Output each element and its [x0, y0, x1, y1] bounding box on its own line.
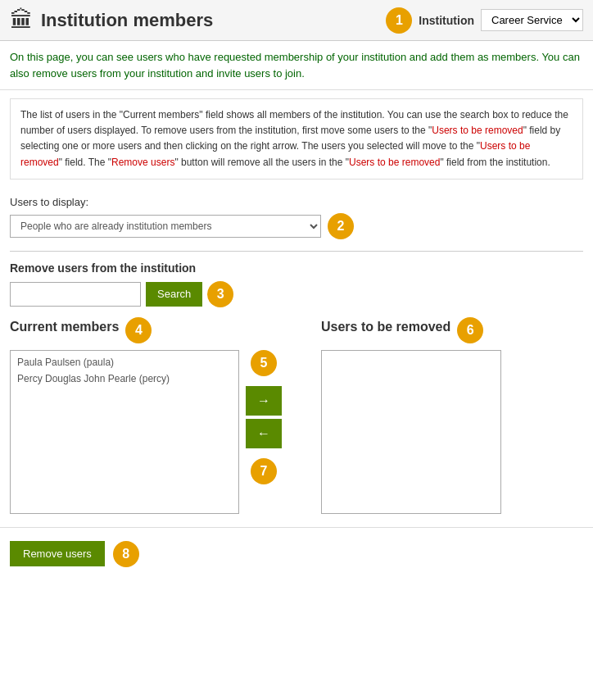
info-red1: Users to be removed — [432, 125, 523, 136]
remove-section-title: Remove users from the institution — [10, 261, 583, 275]
info-part5: " field from the institution. — [440, 157, 550, 168]
step-badge-4: 4 — [125, 317, 152, 343]
users-to-remove-list[interactable] — [321, 350, 501, 514]
step-badge-5: 5 — [251, 350, 277, 376]
remove-users-section: Remove users from the institution Search… — [0, 255, 593, 311]
users-to-remove-col: Users to be removed 6 — [321, 317, 501, 514]
list-item[interactable]: Paula Paulsen (paula) — [11, 354, 238, 370]
institution-icon: 🏛 — [10, 7, 33, 34]
move-left-button[interactable]: ← — [246, 419, 282, 448]
intro-text: On this page, you can see users who have… — [0, 41, 593, 90]
users-display-label: Users to display: — [10, 196, 583, 208]
step-badge-1: 1 — [386, 7, 412, 34]
users-to-remove-label: Users to be removed — [321, 320, 450, 334]
left-arrow-icon: ← — [257, 426, 270, 441]
step-badge-7: 7 — [251, 458, 277, 484]
search-input[interactable] — [10, 282, 141, 307]
current-members-label: Current members — [10, 320, 119, 334]
footer-section: Remove users 8 — [0, 527, 593, 575]
list-item[interactable]: Percy Douglas John Pearle (percy) — [11, 370, 238, 387]
users-display-section: Users to display: People who are already… — [0, 188, 593, 248]
right-arrow-icon: → — [257, 393, 270, 408]
current-members-col: Current members 4 Paula Paulsen (paula) … — [10, 317, 239, 514]
step-badge-6: 6 — [457, 317, 483, 343]
members-area: Current members 4 Paula Paulsen (paula) … — [0, 311, 593, 520]
divider-1 — [10, 251, 583, 252]
info-part3: " field. The " — [59, 157, 111, 168]
step-badge-8: 8 — [113, 541, 139, 567]
move-right-button[interactable]: → — [246, 386, 282, 416]
step-badge-2: 2 — [328, 213, 354, 239]
users-display-select[interactable]: People who are already institution membe… — [10, 215, 321, 238]
institution-label: Institution — [419, 14, 474, 27]
info-part4: " button will remove all the users in th… — [174, 157, 349, 168]
header-right: 1 Institution Career Service — [386, 7, 583, 34]
step-badge-3: 3 — [207, 281, 233, 307]
info-box: The list of users in the "Current member… — [10, 98, 583, 180]
search-row: Search 3 — [10, 281, 583, 307]
current-members-list[interactable]: Paula Paulsen (paula) Percy Douglas John… — [10, 350, 239, 514]
header-title-group: 🏛 Institution members — [10, 7, 386, 34]
users-display-row: People who are already institution membe… — [10, 213, 583, 239]
page-header: 🏛 Institution members 1 Institution Care… — [0, 0, 593, 41]
arrow-buttons-col: 5 → ← 7 — [239, 317, 288, 484]
search-button[interactable]: Search — [146, 282, 202, 307]
page-title: Institution members — [41, 10, 213, 31]
info-red3: Remove users — [111, 157, 174, 168]
institution-select[interactable]: Career Service — [481, 9, 583, 31]
info-red4: Users to be removed — [349, 157, 440, 168]
remove-users-button[interactable]: Remove users — [10, 541, 105, 566]
